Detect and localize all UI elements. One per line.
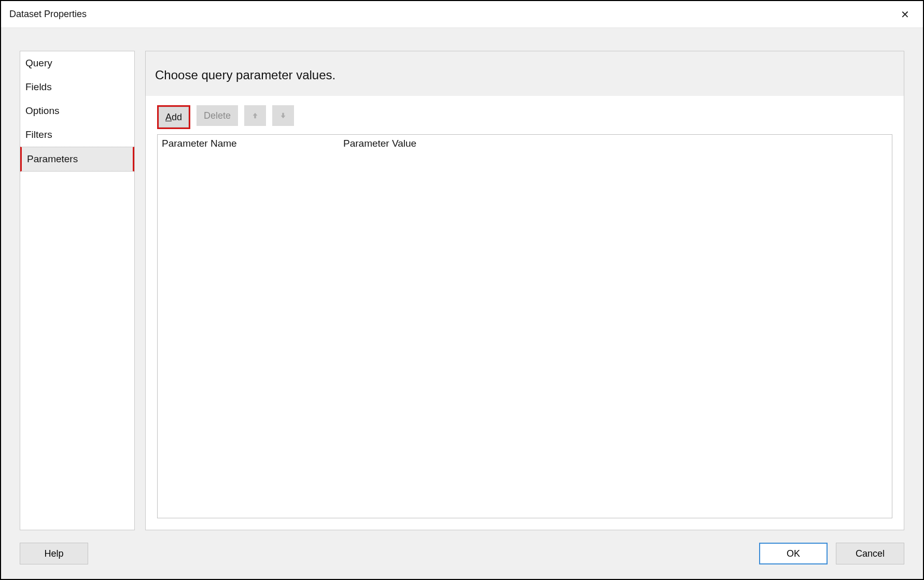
add-button[interactable]: Add [159,107,189,128]
sidebar-item-filters[interactable]: Filters [20,123,134,147]
sidebar: Query Fields Options Filters Parameters [20,51,135,530]
add-button-highlight: Add [157,105,190,129]
dataset-properties-dialog: Dataset Properties ✕ Query Fields Option… [0,0,924,580]
help-button[interactable]: Help [20,543,88,564]
arrow-down-icon [279,111,287,120]
add-suffix: dd [172,112,182,122]
page-title: Choose query parameter values. [146,51,904,96]
parameters-toolbar: Add Delete [157,105,892,129]
parameters-grid[interactable]: Parameter Name Parameter Value [157,134,892,518]
close-icon[interactable]: ✕ [895,6,915,23]
delete-button[interactable]: Delete [197,105,238,126]
sidebar-item-options[interactable]: Options [20,99,134,123]
titlebar: Dataset Properties ✕ [1,1,923,28]
dialog-footer: Help OK Cancel [1,535,923,579]
arrow-up-icon [251,111,259,120]
sidebar-item-parameters[interactable]: Parameters [20,147,134,172]
move-up-button[interactable] [244,105,266,126]
column-header-name[interactable]: Parameter Name [158,135,339,153]
grid-header: Parameter Name Parameter Value [158,135,892,153]
move-down-button[interactable] [272,105,294,126]
main-panel: Choose query parameter values. Add Delet… [145,51,904,530]
cancel-button[interactable]: Cancel [836,543,904,564]
sidebar-item-query[interactable]: Query [20,51,134,75]
sidebar-item-fields[interactable]: Fields [20,75,134,99]
dialog-body: Query Fields Options Filters Parameters … [1,28,923,579]
add-accelerator: A [165,112,172,122]
parameters-pane: Add Delete Parameter Name [146,96,904,530]
dialog-title: Dataset Properties [9,9,87,20]
ok-button[interactable]: OK [759,543,828,564]
column-header-value[interactable]: Parameter Value [339,135,892,153]
